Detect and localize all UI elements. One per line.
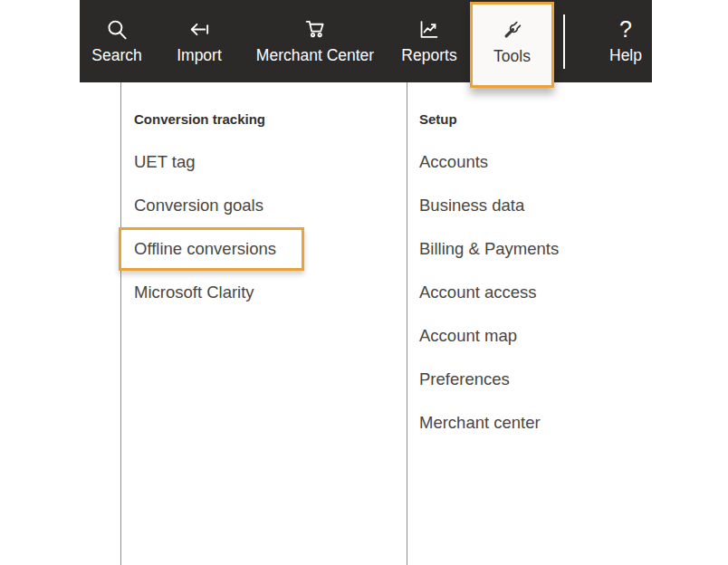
- search-icon: [104, 17, 129, 42]
- menu-header-setup: Setup: [408, 97, 728, 140]
- nav-label-help: Help: [609, 46, 642, 65]
- question-mark-icon: ?: [614, 17, 638, 42]
- menu-item-billing-payments[interactable]: Billing & Payments: [408, 227, 728, 271]
- menu-item-business-data[interactable]: Business data: [408, 184, 728, 227]
- shopping-cart-icon: [303, 17, 328, 42]
- menu-item-offline-conversions[interactable]: Offline conversions: [121, 227, 407, 271]
- nav-item-merchant-center[interactable]: Merchant Center: [256, 17, 374, 65]
- menu-item-conversion-goals[interactable]: Conversion goals: [121, 184, 407, 227]
- menu-item-account-map[interactable]: Account map: [408, 314, 728, 358]
- nav-item-reports[interactable]: Reports: [401, 17, 456, 65]
- menu-column-setup: Setup Accounts Business data Billing & P…: [408, 82, 728, 565]
- line-chart-icon: [417, 17, 442, 42]
- menu-item-accounts[interactable]: Accounts: [408, 140, 728, 184]
- screen: Search Import Merchant Center: [0, 0, 728, 565]
- nav-label-reports: Reports: [401, 46, 456, 65]
- tools-dropdown-menu: Conversion tracking UET tag Conversion g…: [0, 82, 728, 565]
- topbar-divider: [563, 14, 565, 69]
- nav-item-import[interactable]: Import: [177, 17, 222, 65]
- menu-header-conversion-tracking: Conversion tracking: [121, 97, 407, 140]
- nav-label-import: Import: [177, 46, 222, 65]
- menu-column-conversion-tracking: Conversion tracking UET tag Conversion g…: [120, 82, 407, 565]
- menu-item-preferences[interactable]: Preferences: [408, 358, 728, 401]
- import-arrow-icon: [187, 17, 211, 42]
- nav-label-merchant-center: Merchant Center: [256, 46, 374, 65]
- menu-item-microsoft-clarity[interactable]: Microsoft Clarity: [121, 271, 407, 314]
- nav-item-search[interactable]: Search: [91, 17, 141, 65]
- wrench-icon: [500, 18, 524, 43]
- menu-item-uet-tag[interactable]: UET tag: [121, 140, 407, 184]
- top-navigation-bar: Search Import Merchant Center: [80, 0, 652, 82]
- menu-item-account-access[interactable]: Account access: [408, 271, 728, 314]
- nav-label-search: Search: [91, 46, 141, 65]
- menu-item-merchant-center[interactable]: Merchant center: [408, 401, 728, 445]
- nav-item-help[interactable]: ? Help: [609, 17, 642, 65]
- nav-item-tools-highlighted[interactable]: Tools: [470, 2, 554, 88]
- nav-label-tools: Tools: [493, 47, 531, 66]
